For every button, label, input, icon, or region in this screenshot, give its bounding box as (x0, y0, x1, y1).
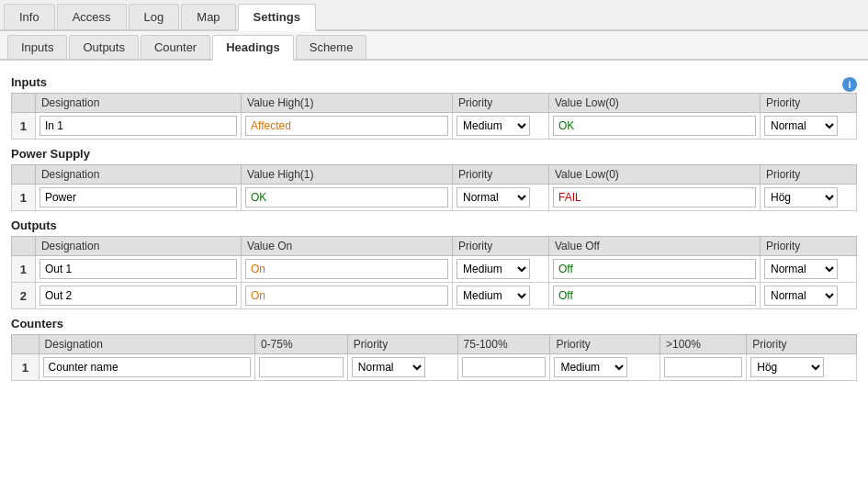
out-row1-value-on-cell (242, 256, 453, 283)
subtab-outputs[interactable]: Outputs (69, 35, 139, 59)
out-col-value-on: Value On (242, 237, 453, 256)
subtab-inputs[interactable]: Inputs (7, 35, 67, 59)
out-row2-value-on-cell (242, 283, 453, 309)
ps-row1-priority-low-select[interactable]: Normal Medium Hög (764, 187, 838, 207)
out-row2-value-off-input[interactable] (553, 286, 756, 306)
table-row: 1 Normal Medium Hög (12, 185, 857, 211)
ps-row1-value-low-cell (549, 185, 761, 211)
inputs-row1-value-low-cell (549, 113, 761, 140)
inputs-row1-designation-cell (35, 113, 241, 140)
info-icon[interactable]: i (842, 77, 857, 92)
out-row2-designation-input[interactable] (39, 286, 237, 306)
ps-row1-value-high-cell (242, 185, 453, 211)
out-row1-priority-on-select[interactable]: Normal Medium Hög (457, 259, 530, 279)
table-row: 1 Normal Medium Hög (12, 354, 857, 381)
cnt-row1-range1-cell (254, 354, 347, 381)
cnt-row1-range2-input[interactable] (462, 357, 547, 377)
out-col-priority-on: Priority (453, 237, 549, 256)
ps-col-priority-low: Priority (761, 165, 857, 185)
cnt-row1-range3-cell (660, 354, 747, 381)
ps-col-num (12, 165, 36, 185)
cnt-col-0-75: 0-75% (254, 335, 347, 354)
subtab-headings[interactable]: Headings (212, 35, 294, 61)
out-row1-value-off-input[interactable] (553, 259, 756, 279)
inputs-col-num (12, 94, 36, 113)
ps-col-value-high: Value High(1) (242, 165, 453, 185)
out-row1-value-off-cell (549, 256, 761, 283)
inputs-row1-value-high-input[interactable] (245, 116, 448, 136)
ps-row1-designation-input[interactable] (39, 187, 237, 207)
table-row: 1 Normal Medium Hög (12, 256, 857, 283)
cnt-col-priority1: Priority (347, 335, 457, 354)
tab-settings[interactable]: Settings (238, 4, 316, 31)
out-row1-designation-cell (35, 256, 241, 283)
ps-row1-priority-high-select[interactable]: Normal Medium Hög (457, 187, 530, 207)
cnt-row1-priority1-select[interactable]: Normal Medium Hög (352, 357, 425, 377)
inputs-row1-priority-low-select[interactable]: Normal Medium Hög (764, 116, 838, 136)
sub-tab-bar: Inputs Outputs Counter Headings Scheme (0, 31, 868, 61)
inputs-row1-priority-high-cell: Normal Medium Hög (453, 113, 549, 140)
out-col-num (12, 237, 36, 256)
out-row2-value-on-input[interactable] (245, 286, 448, 306)
ps-col-priority-high: Priority (453, 165, 549, 185)
out-row1-value-on-input[interactable] (245, 259, 448, 279)
cnt-row1-designation-input[interactable] (43, 357, 251, 377)
ps-col-value-low: Value Low(0) (549, 165, 761, 185)
inputs-row1-num: 1 (12, 113, 36, 140)
out-col-designation: Designation (35, 237, 241, 256)
out-row1-priority-on-cell: Normal Medium Hög (453, 256, 549, 283)
out-col-value-off: Value Off (549, 237, 761, 256)
tab-map[interactable]: Map (181, 4, 235, 29)
cnt-col-gt100: >100% (660, 335, 747, 354)
table-row: 2 Normal Medium Hög (12, 283, 857, 309)
power-supply-section-title: Power Supply (11, 147, 857, 161)
cnt-row1-priority3-cell: Normal Medium Hög (747, 354, 857, 381)
cnt-row1-priority3-select[interactable]: Normal Medium Hög (750, 357, 824, 377)
out-row1-priority-off-select[interactable]: Normal Medium Hög (764, 259, 838, 279)
ps-row1-value-low-input[interactable] (553, 187, 756, 207)
ps-row1-num: 1 (12, 185, 36, 211)
tab-info[interactable]: Info (4, 4, 55, 29)
inputs-row1-value-low-input[interactable] (553, 116, 756, 136)
out-row2-priority-off-cell: Normal Medium Hög (761, 283, 857, 309)
outputs-section-title: Outputs (11, 218, 857, 232)
inputs-section-title: Inputs i (11, 75, 857, 89)
out-row2-priority-on-cell: Normal Medium Hög (453, 283, 549, 309)
ps-row1-value-high-input[interactable] (245, 187, 448, 207)
cnt-col-75-100: 75-100% (457, 335, 550, 354)
inputs-col-priority-high: Priority (453, 94, 549, 113)
cnt-row1-priority2-cell: Normal Medium Hög (550, 354, 660, 381)
top-tab-bar: Info Access Log Map Settings (0, 0, 868, 31)
tab-log[interactable]: Log (129, 4, 180, 29)
outputs-table: Designation Value On Priority Value Off … (11, 236, 857, 309)
ps-row1-priority-high-cell: Normal Medium Hög (453, 185, 549, 211)
out-row2-priority-off-select[interactable]: Normal Medium Hög (764, 286, 838, 306)
inputs-row1-priority-high-select[interactable]: Normal Medium Hög (457, 116, 530, 136)
out-row2-num: 2 (12, 283, 36, 309)
inputs-col-priority-low: Priority (761, 94, 857, 113)
cnt-col-priority2: Priority (550, 335, 660, 354)
cnt-col-num (12, 335, 39, 354)
out-row1-priority-off-cell: Normal Medium Hög (761, 256, 857, 283)
subtab-scheme[interactable]: Scheme (296, 35, 367, 59)
out-row2-priority-on-select[interactable]: Normal Medium Hög (457, 286, 530, 306)
subtab-counter[interactable]: Counter (141, 35, 210, 59)
out-col-priority-off: Priority (761, 237, 857, 256)
cnt-row1-designation-cell (39, 354, 254, 381)
cnt-row1-num: 1 (12, 354, 39, 381)
cnt-row1-priority2-select[interactable]: Normal Medium Hög (554, 357, 627, 377)
counters-section-title: Counters (11, 317, 857, 331)
table-row: 1 Normal Medium Hög (12, 113, 857, 140)
out-row1-designation-input[interactable] (39, 259, 237, 279)
cnt-row1-range2-cell (457, 354, 550, 381)
inputs-col-designation: Designation (35, 94, 241, 113)
counters-table: Designation 0-75% Priority 75-100% Prior… (11, 334, 857, 381)
tab-access[interactable]: Access (57, 4, 127, 29)
cnt-row1-range3-input[interactable] (664, 357, 742, 377)
out-row2-value-off-cell (549, 283, 761, 309)
inputs-table: Designation Value High(1) Priority Value… (11, 93, 857, 140)
inputs-row1-designation-input[interactable] (39, 116, 237, 136)
cnt-col-priority3: Priority (747, 335, 857, 354)
out-row2-designation-cell (35, 283, 241, 309)
cnt-row1-range1-input[interactable] (259, 357, 344, 377)
